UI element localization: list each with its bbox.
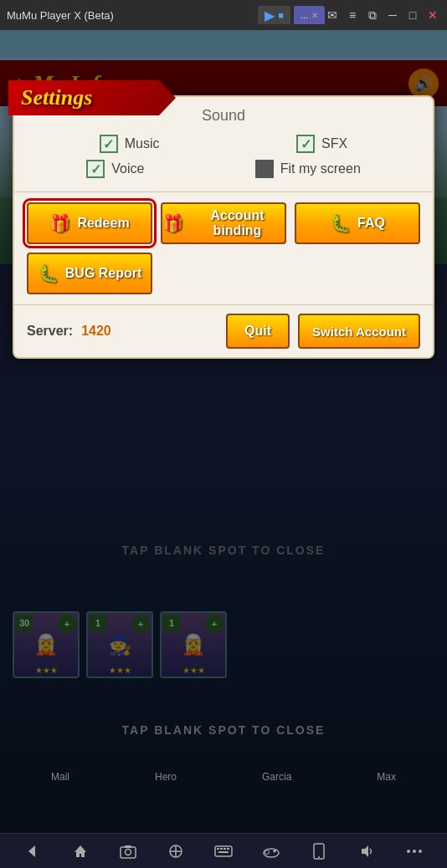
dot1 [407, 850, 410, 853]
resize-icon[interactable]: ⧉ [365, 8, 380, 23]
quit-button[interactable]: Quit [226, 314, 290, 349]
sound-options-row2: Voice Fit my screen [31, 160, 416, 178]
svg-marker-0 [28, 845, 35, 857]
music-checkbox[interactable] [100, 135, 118, 153]
faq-label: FAQ [357, 216, 385, 231]
tab-2[interactable]: ... ✕ [294, 6, 325, 24]
faq-button[interactable]: 🐛 FAQ [295, 202, 420, 244]
bug-report-label: BUG Report [65, 266, 142, 281]
voice-option: Voice [86, 160, 144, 178]
home-nav-icon[interactable] [65, 836, 95, 866]
tab-1[interactable]: ▶ ■ [258, 6, 290, 24]
game-area: ★ My Info 🔊 ed a 5★hero Erza Settings So… [0, 30, 447, 833]
settings-title: Settings [21, 85, 92, 110]
svg-point-15 [265, 850, 270, 854]
sfx-label: SFX [321, 136, 347, 151]
faq-icon: 🐛 [330, 213, 351, 233]
svg-rect-12 [227, 848, 229, 850]
dot3 [419, 850, 422, 853]
svg-rect-13 [218, 851, 229, 853]
svg-rect-9 [217, 848, 219, 850]
server-label: Server: [27, 324, 73, 339]
keyboard-nav-icon[interactable] [208, 836, 239, 866]
minimize-icon[interactable]: ─ [385, 8, 400, 23]
voice-label: Voice [111, 161, 144, 176]
svg-point-3 [125, 849, 131, 855]
fit-screen-option: Fit my screen [255, 160, 361, 178]
settings-panel: Sound Music SFX Voice Fit my s [13, 95, 434, 359]
fit-screen-label: Fit my screen [280, 161, 361, 176]
server-bar: Server: 1420 Quit Switch Account [14, 304, 433, 357]
tap-blank-label-2: TAP BLANK SPOT TO CLOSE [0, 723, 447, 737]
bug-report-button[interactable]: 🐛 BUG Report [27, 253, 152, 294]
cursor-nav-icon[interactable] [161, 836, 191, 866]
svg-point-19 [318, 856, 320, 858]
svg-marker-1 [74, 845, 86, 857]
svg-rect-11 [224, 848, 226, 850]
svg-rect-10 [220, 848, 223, 850]
maximize-icon[interactable]: □ [405, 8, 420, 23]
bug-icon: 🐛 [38, 263, 59, 283]
tab-bar: ▶ ■ ... ✕ [258, 6, 325, 24]
sfx-checkbox[interactable] [296, 135, 315, 153]
bottom-nav [0, 833, 447, 868]
dot2 [413, 850, 416, 853]
voice-checkbox[interactable] [86, 160, 105, 178]
volume-nav-icon[interactable] [352, 836, 382, 866]
quit-label: Quit [244, 324, 271, 338]
window-controls: ✉ ≡ ⧉ ─ □ ✕ [325, 8, 440, 23]
link-icon: 🎁 [162, 213, 183, 233]
server-number: 1420 [81, 324, 218, 339]
sfx-option: SFX [296, 135, 347, 153]
menu-item-garcia[interactable]: Garcia [262, 771, 291, 783]
lower-menu: Mail Hero Garcia Max [0, 771, 447, 783]
redeem-label: Redeem [77, 216, 129, 231]
sound-options-row1: Music SFX [31, 135, 416, 153]
action-buttons: 🎁 Redeem 🎁 Account binding 🐛 FAQ 🐛 BUG R… [14, 192, 433, 304]
redeem-button[interactable]: 🎁 Redeem [27, 202, 152, 244]
menu-item-mail[interactable]: Mail [51, 771, 69, 783]
gamepad-nav-icon[interactable] [256, 836, 286, 866]
email-icon[interactable]: ✉ [325, 8, 340, 23]
settings-banner-bg: Settings [8, 80, 176, 115]
menu-icon[interactable]: ≡ [345, 8, 360, 23]
app-title: MuMu Player X (Beta) [7, 9, 251, 22]
svg-marker-20 [362, 845, 368, 857]
settings-banner: Settings [8, 80, 176, 115]
titlebar: MuMu Player X (Beta) ▶ ■ ... ✕ ✉ ≡ ⧉ ─ □… [0, 0, 447, 30]
camera-nav-icon[interactable] [113, 836, 143, 866]
music-option: Music [100, 135, 160, 153]
menu-item-max[interactable]: Max [377, 771, 396, 783]
close-icon[interactable]: ✕ [425, 8, 440, 23]
more-nav-icon[interactable] [399, 836, 429, 866]
svg-rect-4 [125, 845, 131, 848]
phone-nav-icon[interactable] [304, 836, 334, 866]
fit-screen-checkbox[interactable] [255, 160, 274, 178]
switch-account-label: Switch Account [312, 324, 406, 339]
back-nav-icon[interactable] [18, 836, 48, 866]
account-binding-button[interactable]: 🎁 Account binding [161, 202, 286, 244]
music-label: Music [125, 136, 160, 151]
menu-item-hero[interactable]: Hero [155, 771, 177, 783]
switch-account-button[interactable]: Switch Account [298, 314, 420, 349]
gift-icon: 🎁 [49, 213, 70, 233]
tab-close-icon[interactable]: ✕ [311, 11, 318, 20]
svg-rect-17 [274, 849, 275, 852]
account-binding-label: Account binding [190, 208, 285, 238]
